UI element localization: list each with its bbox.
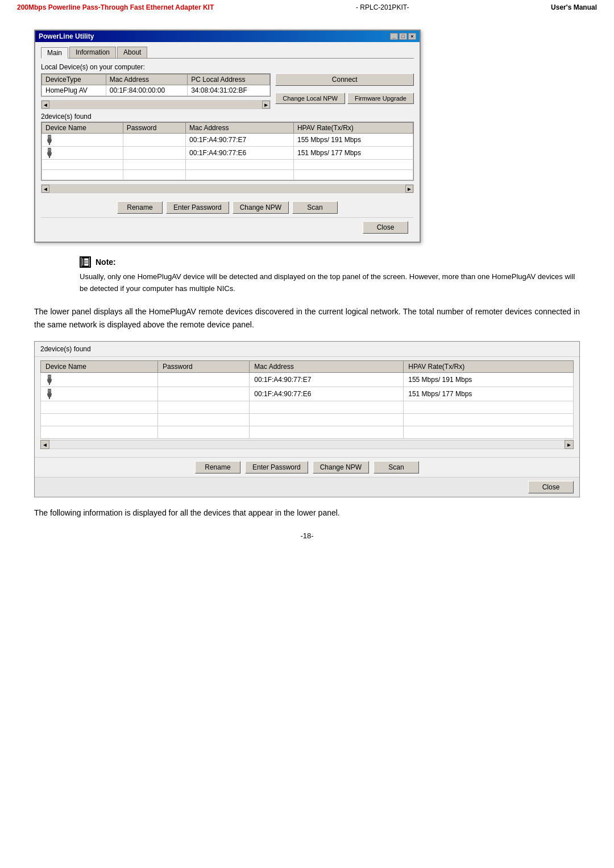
- large-col-mac-address: Mac Address: [250, 361, 404, 373]
- large-rename-button[interactable]: Rename: [195, 461, 240, 474]
- large-col-device-name: Device Name: [41, 361, 158, 373]
- large-scroll-right[interactable]: ►: [565, 440, 574, 449]
- note-icon: [80, 256, 91, 268]
- plug-icon-1: [45, 135, 53, 145]
- large-scrollbar: ◄ ►: [40, 440, 574, 449]
- svg-rect-6: [50, 149, 51, 151]
- large-scroll-left[interactable]: ◄: [40, 440, 49, 449]
- rename-button[interactable]: Rename: [117, 201, 163, 214]
- svg-rect-0: [48, 135, 51, 139]
- svg-rect-1: [48, 136, 49, 138]
- svg-rect-17: [48, 389, 51, 393]
- large-remote-name-2: [41, 387, 158, 401]
- local-mac-address: 00:1F:84:00:00:00: [106, 85, 187, 96]
- large-close-row: Close: [35, 477, 579, 497]
- note-book-icon: [81, 256, 90, 268]
- col-device-name: Device Name: [42, 123, 123, 134]
- large-scan-button[interactable]: Scan: [374, 461, 419, 474]
- tab-strip: Main Information About: [41, 47, 414, 59]
- large-remote-row-empty-3: [41, 426, 574, 439]
- svg-rect-5: [48, 149, 49, 151]
- large-scroll-track[interactable]: [49, 440, 565, 449]
- remote-scroll-left[interactable]: ◄: [42, 185, 49, 193]
- remote-rate-1: 155 Mbps/ 191 Mbps: [293, 134, 413, 147]
- dialog-titlebar: PowerLine Utility _ □ ×: [35, 31, 420, 42]
- scroll-track[interactable]: [49, 101, 262, 109]
- large-plug-icon-1: [45, 375, 53, 385]
- dialog-title: PowerLine Utility: [39, 32, 94, 40]
- col-device-type: DeviceType: [42, 74, 106, 85]
- remote-table-scrollbar: ◄ ►: [41, 184, 414, 193]
- powerline-utility-dialog: PowerLine Utility _ □ × Main Information…: [34, 30, 421, 243]
- tab-main[interactable]: Main: [41, 47, 68, 59]
- remote-table-wrapper: Device Name Password Mac Address HPAV Ra…: [41, 122, 414, 181]
- col-password: Password: [123, 123, 185, 134]
- final-paragraph: The following information is displayed f…: [34, 506, 580, 520]
- top-panel: DeviceType Mac Address PC Local Address …: [41, 73, 414, 109]
- maximize-button[interactable]: □: [399, 33, 407, 40]
- col-mac-address-remote: Mac Address: [186, 123, 294, 134]
- remote-mac-1: 00:1F:A4:90:77:E7: [186, 134, 294, 147]
- large-panel: 2device(s) found Device Name Password Ma…: [34, 341, 580, 497]
- svg-rect-3: [49, 143, 50, 145]
- scan-button[interactable]: Scan: [292, 201, 338, 214]
- remote-device-row-2: 00:1F:A4:90:77:E6 151 Mbps/ 177 Mbps: [42, 147, 413, 160]
- large-remote-password-1: [158, 373, 250, 387]
- note-header: Note:: [80, 256, 580, 268]
- firmware-upgrade-button[interactable]: Firmware Upgrade: [347, 93, 414, 104]
- large-close-button[interactable]: Close: [528, 481, 574, 493]
- svg-rect-7: [49, 156, 50, 158]
- large-change-npw-button[interactable]: Change NPW: [313, 461, 369, 474]
- dialog-close-row: Close: [41, 217, 414, 237]
- scroll-left-arrow[interactable]: ◄: [42, 101, 49, 109]
- local-pc-address: 34:08:04:31:02:BF: [188, 85, 270, 96]
- tab-about[interactable]: About: [117, 47, 147, 58]
- remote-password-1: [123, 134, 185, 147]
- remote-device-table: Device Name Password Mac Address HPAV Ra…: [42, 122, 413, 180]
- large-plug-icon-2: [45, 389, 53, 399]
- enter-password-button[interactable]: Enter Password: [166, 201, 229, 214]
- dialog-close-button[interactable]: Close: [363, 221, 408, 234]
- remote-mac-2: 00:1F:A4:90:77:E6: [186, 147, 294, 160]
- large-remote-rate-1: 155 Mbps/ 191 Mbps: [404, 373, 574, 387]
- scroll-right-arrow[interactable]: ►: [262, 101, 270, 109]
- remote-scroll-track[interactable]: [49, 185, 405, 193]
- svg-rect-2: [50, 136, 51, 138]
- remote-device-row-empty-1: [42, 160, 413, 170]
- large-remote-name-1: [41, 373, 158, 387]
- dialog-body: Main Information About Local Device(s) o…: [35, 42, 420, 242]
- minimize-button[interactable]: _: [390, 33, 398, 40]
- svg-rect-13: [48, 375, 51, 379]
- page-header: 200Mbps Powerline Pass-Through Fast Ethe…: [0, 0, 614, 15]
- local-device-row: HomePlug AV 00:1F:84:00:00:00 34:08:04:3…: [42, 85, 270, 96]
- large-col-password: Password: [158, 361, 250, 373]
- header-left: 200Mbps Powerline Pass-Through Fast Ethe…: [17, 3, 214, 11]
- svg-rect-20: [49, 397, 50, 399]
- header-right: User's Manual: [551, 3, 597, 11]
- change-npw-button[interactable]: Change NPW: [233, 201, 289, 214]
- col-mac-address-local: Mac Address: [106, 74, 187, 85]
- change-local-npw-button[interactable]: Change Local NPW: [275, 93, 345, 104]
- large-remote-row-2: 00:1F:A4:90:77:E6 151 Mbps/ 177 Mbps: [41, 387, 574, 401]
- close-button-titlebar[interactable]: ×: [408, 33, 416, 40]
- remote-password-2: [123, 147, 185, 160]
- svg-rect-19: [50, 390, 51, 392]
- page-number: -18-: [34, 531, 580, 540]
- tab-information[interactable]: Information: [69, 47, 116, 58]
- large-remote-table: Device Name Password Mac Address HPAV Ra…: [40, 360, 574, 439]
- body-paragraph: The lower panel displays all the HomePlu…: [34, 305, 580, 333]
- large-col-hpav-rate: HPAV Rate(Tx/Rx): [404, 361, 574, 373]
- note-section: Note: Usually, only one HomePlugAV devic…: [34, 256, 580, 295]
- local-device-table: DeviceType Mac Address PC Local Address …: [42, 74, 270, 96]
- header-center: - RPLC-201PKIT-: [356, 3, 409, 11]
- svg-rect-16: [49, 383, 50, 385]
- connect-button[interactable]: Connect: [275, 73, 414, 86]
- svg-rect-15: [50, 376, 51, 377]
- large-enter-password-button[interactable]: Enter Password: [245, 461, 308, 474]
- remote-scroll-right[interactable]: ►: [405, 185, 413, 193]
- note-text: Usually, only one HomePlugAV device will…: [80, 271, 580, 295]
- large-remote-rate-2: 151 Mbps/ 177 Mbps: [404, 387, 574, 401]
- plug-icon-2: [45, 148, 53, 158]
- dialog-bottom-buttons: Rename Enter Password Change NPW Scan: [41, 198, 414, 217]
- remote-name-1: [42, 134, 123, 147]
